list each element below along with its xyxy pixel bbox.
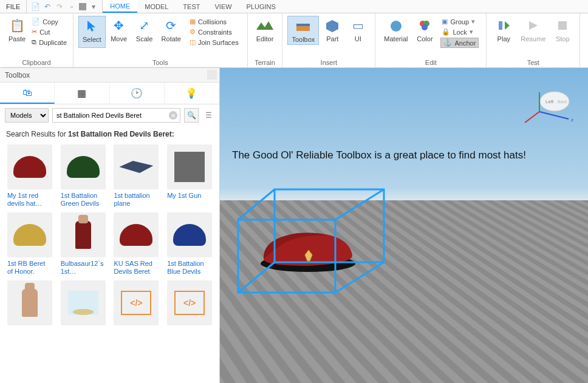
terrain-icon bbox=[256, 17, 273, 34]
svg-text:z: z bbox=[571, 117, 573, 123]
tab-model[interactable]: MODEL bbox=[137, 0, 176, 13]
tab-home[interactable]: HOME bbox=[103, 0, 137, 13]
group-icon: ▣ bbox=[442, 18, 448, 25]
clock-icon: 🕑 bbox=[131, 87, 143, 99]
toolbox-item[interactable]: Bulbasaur12`s 1st… bbox=[58, 212, 108, 277]
redo-icon[interactable]: ↷ bbox=[55, 2, 64, 12]
orientation-gizmo[interactable]: Left Back z bbox=[521, 86, 576, 129]
material-button[interactable]: Material bbox=[380, 16, 411, 49]
undo-icon[interactable]: ↶ bbox=[43, 2, 52, 12]
toolbox-item-name bbox=[7, 328, 52, 345]
toolbox-icon bbox=[295, 18, 312, 35]
toolbox-item[interactable]: My 1st Gun bbox=[165, 144, 214, 209]
toolbox-item[interactable]: </> bbox=[112, 280, 162, 345]
tab-test[interactable]: TEST bbox=[176, 0, 207, 13]
resume-icon bbox=[525, 17, 542, 34]
cut-button[interactable]: ✂Cut bbox=[30, 27, 68, 36]
toolbox-item-name: 1st battalion plane bbox=[114, 192, 159, 209]
viewport-caption: The Good Ol' Reliable Toolbox is a great… bbox=[232, 149, 526, 161]
duplicate-icon: ⧉ bbox=[32, 38, 36, 46]
grid-icon: ▦ bbox=[77, 87, 86, 99]
group-button[interactable]: ▣Group▾ bbox=[440, 17, 479, 26]
ui-button[interactable]: ▭ UI bbox=[346, 16, 370, 45]
select-button[interactable]: Select bbox=[78, 16, 106, 48]
toolbox-tab-inventory[interactable]: ▦ bbox=[55, 83, 109, 104]
color-button[interactable]: Color bbox=[412, 16, 437, 49]
bag-icon: 🛍 bbox=[22, 87, 32, 98]
ribbon-group-edit: Material Color ▣Group▾ 🔒Lock▾ ⚓Anchor Ed… bbox=[375, 13, 487, 67]
toolbox-item[interactable]: My 1st red devils hat… bbox=[5, 144, 55, 209]
toolbox-button[interactable]: Toolbox bbox=[287, 16, 319, 45]
file-menu[interactable]: FILE bbox=[0, 0, 27, 13]
tab-plugins[interactable]: PLUGINS bbox=[239, 0, 283, 13]
toolbox-thumb bbox=[61, 280, 106, 325]
collisions-icon: ▦ bbox=[190, 18, 196, 25]
group-label-insert: Insert bbox=[287, 59, 370, 66]
toolbox-titlebar[interactable]: Toolbox bbox=[0, 68, 219, 83]
play-button[interactable]: Play bbox=[491, 16, 516, 44]
resume-button[interactable]: Resume bbox=[517, 16, 549, 44]
scale-button[interactable]: ⤢ Scale bbox=[132, 16, 157, 48]
toolbox-thumb bbox=[61, 144, 106, 189]
tab-view[interactable]: VIEW bbox=[207, 0, 239, 13]
ribbon-group-test: Play Resume Stop Test bbox=[487, 13, 580, 67]
group-label-test: Test bbox=[491, 59, 575, 66]
anchor-button[interactable]: ⚓Anchor bbox=[440, 38, 479, 48]
paste-button[interactable]: 📋 Paste bbox=[5, 16, 29, 47]
stop-button[interactable]: Stop bbox=[550, 16, 575, 44]
save-icon[interactable]: ▫ bbox=[67, 2, 77, 12]
svg-point-2 bbox=[391, 21, 402, 32]
toolbox-item[interactable] bbox=[5, 280, 55, 345]
toolbox-thumb bbox=[7, 144, 52, 189]
join-icon: ◫ bbox=[190, 38, 196, 46]
collisions-toggle[interactable]: ▦Collisions bbox=[188, 17, 240, 26]
color-swatch[interactable] bbox=[79, 3, 86, 10]
part-button[interactable]: Part bbox=[320, 16, 344, 45]
viewport-3d[interactable]: The Good Ol' Reliable Toolbox is a great… bbox=[220, 68, 588, 383]
toolbox-tab-creations[interactable]: 💡 bbox=[165, 83, 219, 104]
close-icon[interactable] bbox=[207, 70, 217, 80]
ribbon-group-terrain: Editor Terrain bbox=[248, 13, 283, 67]
svg-point-5 bbox=[422, 24, 428, 30]
selection-box bbox=[232, 183, 390, 299]
anchor-icon: ⚓ bbox=[443, 39, 452, 47]
toolbox-item[interactable]: 1st RB Beret of Honor. bbox=[5, 212, 55, 277]
clear-search-icon[interactable]: ✕ bbox=[169, 111, 177, 120]
new-icon[interactable]: 📄 bbox=[30, 2, 40, 12]
toolbox-item[interactable]: </> bbox=[165, 280, 214, 345]
svg-line-10 bbox=[525, 112, 539, 123]
toolbox-tab-marketplace[interactable]: 🛍 bbox=[0, 83, 55, 104]
move-icon: ✥ bbox=[111, 17, 128, 34]
qat-dropdown-icon[interactable]: ▾ bbox=[89, 2, 98, 12]
toolbox-item-name: 1st Battalion Blue Devils bbox=[167, 260, 212, 277]
toolbox-thumb bbox=[7, 212, 52, 257]
toolbox-item[interactable]: KU SAS Red Devils Beret bbox=[112, 212, 162, 277]
copy-button[interactable]: 📄Copy bbox=[30, 17, 68, 26]
rotate-button[interactable]: ⟳ Rotate bbox=[158, 16, 185, 48]
toolbox-thumb: </> bbox=[167, 280, 212, 325]
filter-button[interactable]: ☰ bbox=[202, 108, 214, 123]
join-surfaces-toggle[interactable]: ◫Join Surfaces bbox=[188, 38, 240, 47]
search-button[interactable]: 🔍 bbox=[184, 108, 199, 123]
toolbox-tab-recent[interactable]: 🕑 bbox=[110, 83, 165, 104]
group-label-clipboard: Clipboard bbox=[5, 59, 68, 66]
toolbox-item[interactable]: 1st Battalion Green Devils bbox=[58, 144, 108, 209]
toolbox-thumb: </> bbox=[114, 280, 159, 325]
category-select[interactable]: Models bbox=[5, 108, 49, 123]
duplicate-button[interactable]: ⧉Duplicate bbox=[30, 38, 68, 47]
toolbox-item-name bbox=[114, 328, 159, 345]
toolbox-item-name: 1st RB Beret of Honor. bbox=[7, 260, 52, 277]
stop-icon bbox=[554, 17, 571, 34]
part-icon bbox=[324, 17, 341, 34]
toolbox-results-grid: My 1st red devils hat… 1st Battalion Gre… bbox=[0, 142, 219, 383]
search-input[interactable] bbox=[56, 109, 168, 122]
toolbox-item[interactable]: 1st battalion plane bbox=[112, 144, 162, 209]
toolbox-item[interactable] bbox=[58, 280, 108, 345]
terrain-editor-button[interactable]: Editor bbox=[253, 16, 278, 44]
constraints-toggle[interactable]: ⚙Constraints bbox=[188, 27, 240, 36]
move-button[interactable]: ✥ Move bbox=[107, 16, 131, 48]
toolbox-item-name: My 1st red devils hat… bbox=[7, 192, 52, 209]
toolbox-item[interactable]: 1st Battalion Blue Devils bbox=[165, 212, 214, 277]
lock-button[interactable]: 🔒Lock▾ bbox=[440, 27, 479, 36]
quick-access-toolbar: 📄 ↶ ↷ ▫ ▾ bbox=[27, 0, 103, 13]
